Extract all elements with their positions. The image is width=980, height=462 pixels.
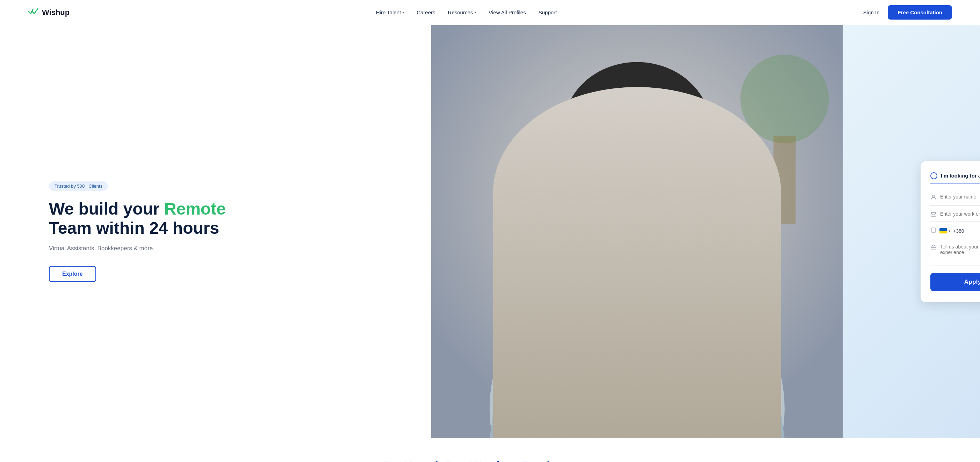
svg-rect-25 bbox=[931, 213, 936, 216]
nav-support[interactable]: Support bbox=[539, 10, 557, 15]
svg-point-4 bbox=[548, 128, 608, 246]
talent-section: Pre-Vetted, Top 1% talent, Ready to star… bbox=[0, 438, 980, 462]
nav-view-all-profiles[interactable]: View All Profiles bbox=[488, 10, 526, 15]
phone-input[interactable] bbox=[967, 228, 980, 234]
svg-rect-7 bbox=[773, 136, 795, 224]
svg-point-3 bbox=[563, 62, 711, 195]
logo[interactable]: Wishup bbox=[28, 7, 70, 18]
job-type-dropdown[interactable]: I'm looking for a job ▾ bbox=[931, 172, 980, 184]
nav-careers[interactable]: Careers bbox=[417, 10, 435, 15]
svg-point-27 bbox=[933, 232, 934, 232]
hire-talent-chevron-icon: ▾ bbox=[402, 11, 404, 14]
svg-point-5 bbox=[670, 114, 722, 202]
email-input[interactable] bbox=[940, 211, 980, 217]
mail-icon bbox=[931, 212, 937, 218]
ukraine-flag-icon bbox=[939, 228, 947, 233]
navbar: Wishup Hire Talent ▾ Careers Resources ▾… bbox=[0, 0, 980, 25]
country-flag-selector[interactable]: ▾ bbox=[939, 228, 950, 233]
hero-section: Trusted by 500+ Clients We build your Re… bbox=[0, 25, 980, 438]
trusted-badge: Trusted by 500+ Clients bbox=[49, 181, 108, 191]
circle-icon bbox=[931, 172, 937, 179]
hero-photo-svg bbox=[431, 25, 843, 438]
svg-point-2 bbox=[567, 92, 707, 254]
dropdown-label-text: I'm looking for a job bbox=[941, 173, 980, 179]
hero-image bbox=[431, 25, 843, 438]
svg-point-6 bbox=[740, 54, 829, 143]
sign-in-link[interactable]: Sign In bbox=[863, 10, 880, 15]
resources-chevron-icon: ▾ bbox=[474, 11, 476, 14]
nav-resources[interactable]: Resources ▾ bbox=[448, 10, 476, 15]
nav-links: Hire Talent ▾ Careers Resources ▾ View A… bbox=[376, 10, 557, 15]
phone-icon bbox=[931, 227, 937, 235]
logo-text: Wishup bbox=[42, 8, 70, 17]
section-title: Pre-Vetted, Top 1% talent, Ready to star… bbox=[28, 459, 952, 462]
apply-now-button[interactable]: Apply Now bbox=[931, 273, 980, 291]
explore-button[interactable]: Explore bbox=[49, 266, 96, 282]
name-input[interactable] bbox=[940, 194, 980, 200]
hero-subtitle: Virtual Assistants, Bookkeepers & more. bbox=[49, 245, 410, 252]
phone-field: ▾ +380 bbox=[931, 224, 980, 238]
svg-point-1 bbox=[490, 261, 784, 438]
experience-textarea[interactable] bbox=[940, 244, 980, 262]
email-field bbox=[931, 208, 980, 222]
person-icon bbox=[931, 195, 937, 202]
hero-right: I'm looking for a job ▾ bbox=[843, 25, 980, 438]
briefcase-icon bbox=[931, 244, 937, 251]
experience-field bbox=[931, 240, 980, 266]
phone-code: +380 bbox=[953, 228, 964, 234]
name-field bbox=[931, 191, 980, 205]
free-consultation-button[interactable]: Free Consultation bbox=[888, 5, 952, 19]
flag-chevron-icon: ▾ bbox=[948, 229, 950, 233]
logo-icon bbox=[28, 7, 39, 18]
hero-title: We build your Remote Team within 24 hour… bbox=[49, 199, 410, 238]
hero-left: Trusted by 500+ Clients We build your Re… bbox=[0, 25, 431, 438]
nav-hire-talent[interactable]: Hire Talent ▾ bbox=[376, 10, 404, 15]
person-photo bbox=[431, 25, 843, 438]
job-application-form: I'm looking for a job ▾ bbox=[921, 161, 980, 302]
nav-right: Sign In Free Consultation bbox=[863, 5, 952, 19]
